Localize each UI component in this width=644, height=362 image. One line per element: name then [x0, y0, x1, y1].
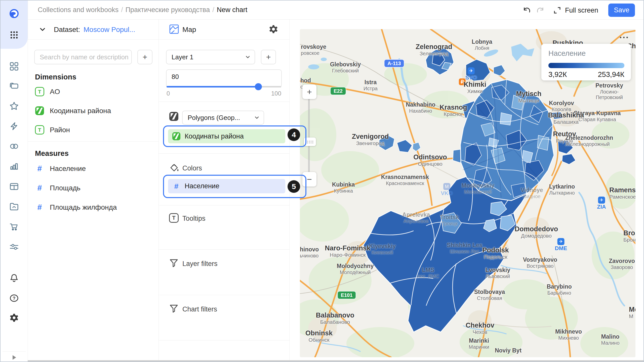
left-rail: ?: [1, 1, 28, 362]
measure-item-ploshchad[interactable]: # Площадь: [35, 183, 80, 193]
chart-filters-label[interactable]: Chart filters: [182, 305, 217, 313]
chevron-down-icon: [245, 54, 251, 60]
geofield-callout: [163, 125, 306, 147]
search-input[interactable]: [35, 53, 131, 61]
collections-icon[interactable]: [9, 81, 19, 91]
add-field-button[interactable]: +: [137, 50, 152, 64]
colors-callout: [163, 175, 306, 198]
connections-icon[interactable]: [9, 142, 19, 151]
tables-icon[interactable]: [9, 182, 19, 191]
fullscreen-label[interactable]: Full screen: [565, 7, 598, 14]
metro-icon: M: [443, 183, 450, 190]
layer-filters-funnel-icon: [169, 258, 179, 268]
dataset-collapse-chevron-icon[interactable]: [38, 26, 47, 34]
dataset-name-link[interactable]: Moscow Popul...: [84, 26, 135, 34]
svg-text:?: ?: [13, 296, 16, 301]
road-badge-a113: A-113: [384, 59, 404, 68]
add-layer-button[interactable]: +: [261, 50, 276, 64]
opacity-value[interactable]: 80: [172, 73, 179, 81]
legend-min-value: 3,92К: [548, 70, 567, 79]
drag-dots-icon: [307, 140, 313, 143]
colors-bucket-icon: [169, 163, 179, 173]
undo-icon[interactable]: [522, 6, 531, 16]
layer-filters-label[interactable]: Layer filters: [182, 260, 218, 268]
datalens-logo-icon[interactable]: [9, 9, 19, 18]
layer-opacity-box: 80: [166, 69, 282, 87]
dimension-item-rayon[interactable]: T Район: [35, 125, 70, 134]
editor-lightning-icon[interactable]: [9, 121, 19, 131]
dimension-item-ao[interactable]: T AO: [35, 87, 60, 96]
measures-title: Measures: [35, 149, 69, 158]
notifications-bell-icon[interactable]: [9, 273, 19, 283]
dimension-item-coords[interactable]: Коодинаты района: [35, 106, 111, 115]
geopolygon-section-icon: [169, 112, 179, 121]
breadcrumb: Collections and workbooks/Практические р…: [38, 6, 247, 14]
airplane-icon: ✈: [598, 197, 605, 204]
airplane-icon: ✈: [468, 67, 475, 74]
airport-svo: ✈SVO: [465, 67, 477, 81]
dashboards-icon[interactable]: [9, 62, 19, 71]
chart-filters-funnel-icon: [169, 304, 179, 313]
opacity-slider-knob[interactable]: [255, 83, 262, 90]
storage-folder-icon[interactable]: [9, 202, 19, 211]
step-5-badge: 5: [288, 180, 300, 193]
help-icon[interactable]: ?: [9, 293, 19, 303]
number-field-icon: #: [35, 164, 44, 173]
breadcrumb-current: New chart: [217, 6, 248, 14]
fullscreen-icon[interactable]: [553, 6, 561, 16]
opacity-min: 0: [167, 90, 170, 97]
chart-type-label[interactable]: Map: [182, 26, 196, 34]
map-canvas[interactable]: A-113 E22 E101 ₽ ✈SVO ✈DME ✈ZIA MVKO rov…: [300, 29, 635, 357]
colors-section-label: Colors: [182, 164, 202, 172]
airport-vko: MVKO: [441, 183, 453, 197]
currency-poi-icon: ₽: [459, 78, 466, 85]
services-sliders-icon[interactable]: [9, 242, 19, 252]
breadcrumb-collections[interactable]: Collections and workbooks: [38, 6, 118, 14]
dimensions-title: Dimensions: [35, 73, 76, 81]
redo-icon[interactable]: [536, 6, 545, 16]
save-button[interactable]: Save: [608, 4, 635, 17]
airport-dme: ✈DME: [555, 238, 567, 252]
map-legend: Население 3,92К 253,94К: [541, 44, 631, 80]
marketplace-cart-icon[interactable]: [9, 222, 19, 232]
number-field-icon: #: [35, 183, 44, 193]
road-badge-e101: E101: [337, 291, 356, 299]
map-settings-gear-icon[interactable]: [269, 24, 278, 35]
legend-gradient: [548, 63, 624, 68]
text-field-icon: T: [35, 125, 44, 134]
dataset-label: Dataset:: [54, 26, 80, 34]
breadcrumb-workbook[interactable]: Практические руководства: [126, 6, 210, 14]
map-chart-type-icon: [169, 24, 179, 35]
geotype-select[interactable]: Polygons (Geop...: [182, 111, 264, 125]
opacity-slider-fill: [167, 86, 258, 87]
geopolygon-icon: [35, 106, 44, 115]
legend-title: Население: [548, 49, 586, 58]
airplane-icon: ✈: [557, 238, 565, 245]
measure-item-naselenie[interactable]: # Население: [35, 164, 86, 173]
map-options-icon[interactable]: [620, 37, 628, 38]
text-field-icon: T: [35, 87, 44, 96]
number-field-icon: #: [35, 203, 44, 212]
measure-item-zhilfond[interactable]: # Площадь жилфонда: [35, 203, 117, 212]
zoom-slider-track[interactable]: [308, 95, 310, 178]
road-badge-e22: E22: [330, 87, 346, 95]
expand-panel-icon[interactable]: [9, 353, 19, 362]
tooltips-icon: T: [169, 213, 179, 223]
chevron-down-icon: [254, 115, 260, 120]
opacity-max: 100: [271, 90, 281, 97]
tooltips-section-label[interactable]: Tooltips: [182, 215, 206, 222]
app-window: ? Collections and workbooks/Практические…: [0, 0, 644, 362]
favorites-star-icon[interactable]: [9, 101, 19, 111]
apps-grid-icon[interactable]: [9, 30, 19, 40]
charts-icon[interactable]: [9, 162, 19, 171]
zoom-in-button[interactable]: +: [302, 84, 316, 99]
horizontal-scrollbar[interactable]: [28, 360, 644, 362]
settings-gear-icon[interactable]: [9, 313, 19, 323]
airport-zia: ✈ZIA: [597, 197, 606, 210]
field-search-box: [34, 50, 132, 64]
legend-max-value: 253,94К: [598, 70, 624, 79]
step-4-badge: 4: [288, 128, 300, 141]
layer-select[interactable]: Layer 1: [166, 50, 255, 64]
